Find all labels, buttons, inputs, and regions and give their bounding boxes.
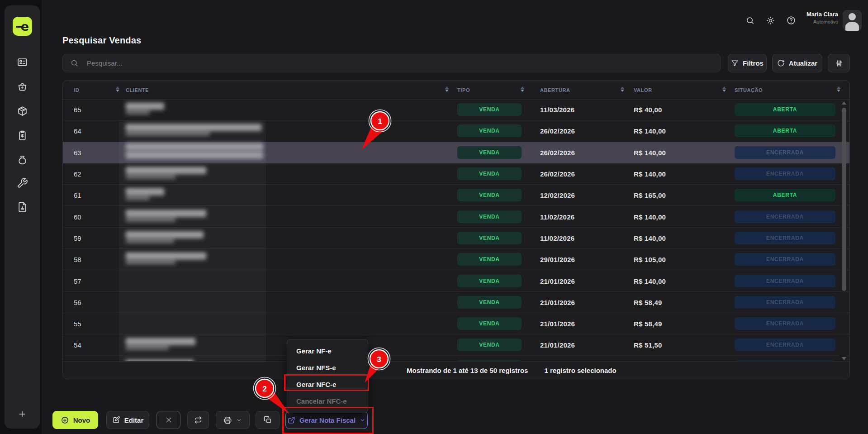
status-badge: ENCERRADA — [735, 339, 835, 351]
user-info[interactable]: Maria Clara Automotivo — [806, 11, 838, 24]
table-row[interactable]: 59VENDA11/02/2026R$ 140,00ENCERRADA — [63, 228, 849, 249]
copy-button[interactable] — [256, 411, 280, 429]
table-row[interactable]: 63VENDA26/02/2026R$ 140,00ENCERRADA — [63, 142, 849, 163]
sidebar-item-invoice-clipboard-icon[interactable] — [14, 128, 30, 143]
sidebar-item-report-file-icon[interactable] — [14, 199, 30, 215]
sort-asc-icon — [837, 86, 840, 89]
cell-value: R$ 51,50 — [634, 341, 662, 349]
sort-desc-icon — [521, 90, 524, 92]
search-input[interactable] — [86, 59, 713, 67]
cell-id: 58 — [74, 256, 81, 263]
table-row[interactable]: 57VENDA21/01/2026R$ 140,00ENCERRADA — [63, 270, 849, 291]
sort-asc-icon — [116, 86, 119, 89]
search-icon — [70, 59, 79, 67]
sidebar-item-id-card-icon[interactable] — [14, 54, 30, 70]
table-settings-button[interactable] — [828, 54, 850, 72]
sort-desc-icon — [722, 90, 726, 92]
table-row[interactable]: 64VENDA26/02/2026R$ 140,00ABERTA — [63, 120, 849, 142]
sort-control[interactable] — [116, 86, 119, 92]
sort-control[interactable] — [621, 86, 624, 92]
table-row[interactable]: 62VENDA26/02/2026R$ 140,00ENCERRADA — [63, 163, 849, 185]
status-badge: ENCERRADA — [735, 253, 835, 266]
generate-invoice-button[interactable]: Gerar Nota Fiscal — [285, 411, 368, 429]
cell-opening-date: 21/01/2026 — [540, 277, 575, 285]
table-row[interactable]: 56VENDA21/01/2026R$ 58,49ENCERRADA — [63, 292, 849, 313]
status-badge: ABERTA — [735, 124, 835, 137]
type-badge: VENDA — [457, 296, 522, 309]
records-count: Mostrando de 1 até 13 de 50 registros — [407, 367, 528, 374]
svg-text:2: 2 — [262, 385, 266, 393]
invoice-dropdown-menu: Gerar NF-eGerar NFS-eGerar NFC-eCancelar… — [287, 339, 368, 413]
cell-value: R$ 165,00 — [634, 191, 666, 199]
sliders-icon — [835, 59, 843, 67]
column-header-id: ID — [74, 87, 79, 93]
scrollbar-thumb[interactable] — [842, 108, 846, 291]
cell-opening-date: 29/01/2026 — [540, 256, 575, 263]
table-rows: 65VENDA11/03/2026R$ 40,00ABERTA64VENDA26… — [63, 99, 849, 362]
sidebar-add-button[interactable] — [14, 406, 30, 422]
repeat-icon — [194, 416, 202, 424]
sort-control[interactable] — [722, 86, 726, 92]
cell-value: R$ 105,00 — [634, 256, 666, 263]
cell-value: R$ 140,00 — [634, 170, 666, 178]
repeat-button[interactable] — [187, 411, 209, 429]
table-row[interactable]: 65VENDA11/03/2026R$ 40,00ABERTA — [63, 99, 849, 120]
cell-id: 54 — [74, 341, 81, 349]
scrollbar-up-arrow[interactable] — [842, 101, 846, 105]
table-footer: Mostrando de 1 até 13 de 50 registros 1 … — [63, 361, 849, 379]
table-row[interactable]: 54VENDA21/01/2026R$ 51,50ENCERRADA — [63, 334, 849, 356]
new-button[interactable]: Novo — [52, 411, 98, 429]
table-row[interactable]: 60VENDA11/02/2026R$ 140,00ENCERRADA — [63, 206, 849, 227]
sidebar-item-money-bag-icon[interactable] — [14, 152, 30, 167]
printer-icon — [223, 416, 232, 424]
sort-asc-icon — [722, 86, 726, 89]
type-badge: VENDA — [457, 339, 522, 351]
cell-id: 60 — [74, 213, 81, 220]
type-badge: VENDA — [457, 210, 522, 223]
sidebar-item-wrench-icon[interactable] — [14, 175, 30, 191]
column-header-tipo: TIPO — [457, 87, 470, 93]
cell-opening-date: 26/02/2026 — [540, 148, 575, 156]
cell-id: 59 — [74, 234, 81, 242]
user-avatar[interactable] — [843, 10, 862, 31]
sort-desc-icon — [837, 90, 840, 92]
cell-opening-date: 26/02/2026 — [540, 127, 575, 135]
sidebar-item-shopping-basket-icon[interactable] — [14, 79, 30, 94]
new-label: Novo — [73, 416, 90, 424]
menu-item-gerar-nf-e[interactable]: Gerar NF-e — [287, 343, 368, 359]
sidebar-item-package-icon[interactable] — [14, 103, 30, 119]
sort-control[interactable] — [445, 86, 449, 92]
print-button[interactable] — [216, 411, 250, 429]
menu-item-gerar-nfc-e[interactable]: Gerar NFC-e — [287, 376, 368, 393]
scrollbar-down-arrow[interactable] — [842, 357, 846, 360]
menu-item-gerar-nfs-e[interactable]: Gerar NFS-e — [287, 359, 368, 376]
header-search-icon[interactable] — [744, 14, 756, 26]
cell-opening-date: 21/01/2026 — [540, 341, 575, 349]
sort-control[interactable] — [521, 86, 524, 92]
cell-value: R$ 140,00 — [634, 127, 666, 135]
refresh-button[interactable]: Atualizar — [772, 54, 822, 72]
type-badge: VENDA — [457, 317, 522, 330]
cell-opening-date: 26/02/2026 — [540, 170, 575, 178]
app-logo[interactable]: e — [13, 17, 32, 36]
header-brightness-icon[interactable] — [764, 14, 776, 26]
filters-label: Filtros — [743, 59, 764, 67]
column-header-cliente: CLIENTE — [126, 87, 149, 93]
table-row[interactable]: 61VENDA12/02/2026R$ 165,00ABERTA — [63, 185, 849, 206]
cancel-button[interactable] — [157, 411, 180, 429]
avatar-head — [849, 13, 856, 20]
type-badge: VENDA — [457, 124, 522, 137]
type-badge: VENDA — [457, 189, 522, 201]
logo-letter: e — [21, 20, 29, 33]
sort-control[interactable] — [837, 86, 840, 92]
client-name-redacted — [126, 124, 261, 136]
annotation-pointer-2: 2 — [254, 377, 290, 415]
table-scrollbar — [841, 100, 847, 361]
cell-value: R$ 140,00 — [634, 213, 666, 220]
header-help-icon[interactable] — [785, 14, 797, 26]
status-badge: ENCERRADA — [735, 232, 835, 244]
edit-button[interactable]: Editar — [106, 411, 149, 429]
filters-button[interactable]: Filtros — [728, 54, 767, 72]
table-row[interactable]: 58VENDA29/01/2026R$ 105,00ENCERRADA — [63, 249, 849, 270]
table-row[interactable]: 55VENDA21/01/2026R$ 58,49ENCERRADA — [63, 313, 849, 334]
